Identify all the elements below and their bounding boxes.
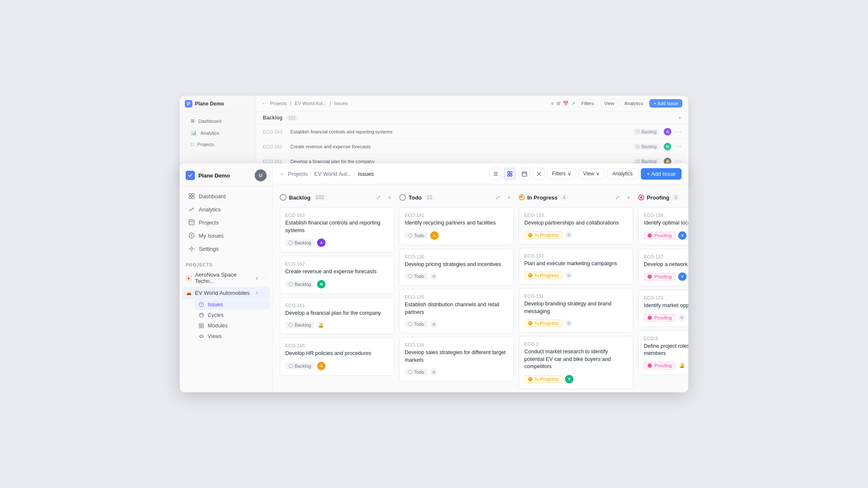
issue-title: Plan and execute marketing campaigns [524, 260, 628, 268]
sidebar-item-settings[interactable]: Settings [182, 242, 270, 255]
add-issue-btn[interactable]: + Add Issue [641, 168, 682, 180]
breadcrumb: ← Projects | EV World Aut... | Issues [280, 171, 374, 177]
bg-issue-title: Establish financial controls and reporti… [290, 129, 629, 134]
issue-footer: In Progress V [524, 375, 628, 383]
breadcrumb-project[interactable]: EV World Aut... [314, 171, 351, 177]
sidebar-item-projects[interactable]: Projects [182, 216, 270, 229]
issue-footer: In Progress ⚙ [524, 319, 628, 327]
backlog-expand-btn[interactable]: ⤢ [374, 193, 383, 202]
issue-card[interactable]: ECO-161 Develop a financial plan for the… [280, 297, 394, 335]
subnav-modules[interactable]: Modules [194, 321, 270, 331]
todo-expand-btn[interactable]: ⤢ [493, 193, 503, 202]
issue-card[interactable]: ECO-163 Establish financial controls and… [280, 207, 394, 252]
status-label: In Progress [535, 233, 559, 238]
board-view-btn[interactable] [504, 168, 516, 180]
bg-view-icon-cal[interactable]: 📅 [563, 101, 569, 106]
calendar-view-btn[interactable] [518, 168, 530, 180]
bg-analytics-btn[interactable]: Analytics [620, 99, 647, 108]
analytics-btn[interactable]: Analytics [607, 168, 638, 179]
bg-back-btn[interactable]: ← [262, 101, 267, 106]
issue-card[interactable]: ECO-160 Develop HR policies and procedur… [280, 338, 394, 376]
bg-view-icon-grid[interactable]: ⊞ [556, 101, 560, 106]
more-icon[interactable]: ⋯ [260, 274, 267, 282]
bg-view-icon-list[interactable]: ≡ [551, 101, 554, 106]
view-chevron-icon: ∨ [596, 171, 600, 177]
bg-issue-row[interactable]: ECO-163 Establish financial controls and… [256, 125, 688, 139]
more-dots-icon[interactable]: ⋯ [260, 289, 267, 297]
issue-avatar: A [430, 231, 439, 240]
board-area: Backlog 102 ⤢ + ECO-163 Establish financ… [273, 184, 688, 392]
issue-card[interactable]: ECO-132 Plan and execute marketing campa… [519, 248, 633, 285]
todo-add-btn[interactable]: + [504, 193, 514, 202]
bg-filters-btn[interactable]: Filters [578, 99, 598, 108]
issue-card[interactable]: ECO-128 Identify market opportunitie Pro… [638, 290, 688, 327]
bg-add-issue-btn[interactable]: + Add Issue [649, 99, 682, 108]
sidebar-item-dashboard[interactable]: Dashboard [182, 190, 270, 202]
status-tag: Proofing [644, 362, 676, 369]
bg-add-backlog-btn[interactable]: + [678, 114, 682, 121]
issue-id: ECO-2 [524, 341, 628, 347]
subnav-views[interactable]: Views [194, 331, 270, 341]
issue-footer: In Progress ⚙ [524, 272, 628, 279]
bg-issue-avatar: N [664, 143, 671, 150]
bg-nav-dashboard[interactable]: ⊞ Dashboard [185, 115, 250, 127]
project-ev-world[interactable]: 🚗 EV World Automobiles ∧ ⋯ [182, 287, 270, 299]
bg-toolbar: ← Projects | EV World Aut... | Issues ≡ … [256, 96, 688, 111]
subnav-issues[interactable]: Issues [194, 299, 270, 310]
status-dot [408, 233, 412, 238]
bg-issue-more[interactable]: ⋯ [676, 128, 682, 135]
view-btn[interactable]: View ∨ [579, 168, 604, 179]
bg-view-btn[interactable]: View [601, 99, 618, 108]
logo-area[interactable]: Plane Demo [186, 171, 230, 180]
issue-card[interactable]: ECO-162 Create revenue and expense forec… [280, 256, 394, 294]
chevron-down-icon[interactable]: ∨ [254, 274, 259, 282]
subnav-cycles[interactable]: Cycles [194, 310, 270, 320]
backlog-status-icon [280, 194, 287, 201]
bg-logo-text: Plane Demo [195, 101, 224, 107]
avatar[interactable]: U [255, 169, 267, 181]
bg-nav-analytics[interactable]: 📊 Analytics [185, 127, 250, 139]
modules-icon [198, 323, 204, 329]
issue-card[interactable]: ECO-133 Develop partnerships and collabo… [519, 207, 633, 244]
sidebar-item-my-issues[interactable]: My Issues [182, 229, 270, 242]
in-progress-actions: ⤢ + [613, 193, 633, 202]
issue-title: Conduct market research to identify pote… [524, 348, 628, 371]
gear-icon: ⚙ [565, 231, 573, 239]
in-progress-title: In Progress [527, 194, 558, 201]
issue-card[interactable]: ECO-134 Develop sales strategies for dif… [399, 337, 514, 381]
column-backlog-header: Backlog 102 ⤢ + [280, 191, 394, 204]
issue-card[interactable]: ECO-136 Develop pricing strategies and i… [399, 249, 514, 286]
issue-card[interactable]: ECO-8 Define project roles and resp asks… [638, 330, 688, 375]
chevron-up-icon[interactable]: ∧ [254, 289, 259, 297]
proofing-mini-icon [648, 363, 652, 368]
issue-title: Create revenue and expense forecasts [285, 268, 389, 276]
issue-card[interactable]: ECO-137 Develop a network of chargi Proo… [638, 249, 688, 287]
back-btn[interactable]: ← [280, 171, 285, 177]
backlog-add-btn[interactable]: + [385, 193, 394, 202]
status-label: Todo [414, 369, 424, 374]
breadcrumb-projects[interactable]: Projects [288, 171, 308, 177]
list-view-btn[interactable] [490, 168, 501, 180]
in-progress-expand-btn[interactable]: ⤢ [613, 193, 622, 202]
bg-issue-more[interactable]: ⋯ [676, 143, 682, 150]
issue-card[interactable]: ECO-138 Identify optimal locations for P… [638, 207, 688, 245]
bg-view-icon-arr[interactable]: ↗ [571, 101, 575, 106]
issue-card[interactable]: ECO-2 Conduct market research to identif… [519, 336, 633, 389]
spreadsheet-view-btn[interactable] [533, 168, 545, 180]
issue-card[interactable]: ECO-131 Develop branding strategy and br… [519, 288, 633, 333]
project-aeronova[interactable]: ▲ AeroNova Space Techn... ∨ ⋯ [180, 269, 273, 287]
filters-btn[interactable]: Filters ∨ [547, 168, 576, 179]
status-dot [408, 370, 412, 374]
issue-avatar: N [317, 280, 326, 288]
bg-issue-row[interactable]: ECO-162 Create revenue and expense forec… [256, 139, 688, 154]
analytics-icon [188, 206, 195, 213]
proofing-mini-icon [648, 316, 652, 320]
issue-card[interactable]: ECO-141 Identify recycling partners and … [399, 207, 514, 245]
in-progress-add-btn[interactable]: + [624, 193, 633, 202]
bg-issue-id: ECO-163 [263, 129, 286, 134]
sidebar-item-analytics[interactable]: Analytics [182, 203, 270, 216]
status-label: Todo [414, 274, 424, 279]
issue-card[interactable]: ECO-135 Establish distribution channels … [399, 289, 514, 333]
sidebar-item-analytics-label: Analytics [199, 206, 221, 213]
bg-nav-projects[interactable]: □ Projects [185, 139, 250, 150]
